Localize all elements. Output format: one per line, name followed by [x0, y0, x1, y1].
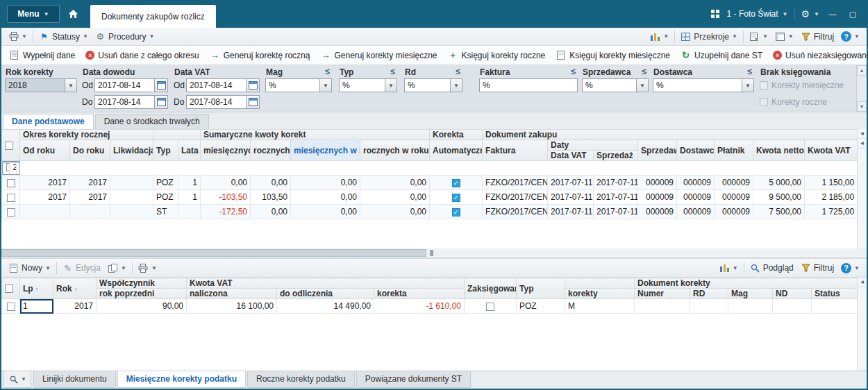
col-daty[interactable]: Daty: [548, 140, 638, 151]
chevron-down-icon[interactable]: ▼: [319, 79, 331, 92]
cell-platnik[interactable]: 000009: [715, 176, 753, 190]
tab-dane-podstawowe[interactable]: Dane podstawowe: [3, 114, 94, 129]
row-checkbox[interactable]: [7, 194, 15, 202]
scroll-up-button[interactable]: ▲: [857, 65, 867, 76]
cell-kwota-vat[interactable]: 1 725,00: [805, 205, 858, 219]
cell-faktura[interactable]: FZKO/2017/CEN/: [483, 176, 548, 190]
action-ksieguj-korekty-miesieczne[interactable]: Księguj korekty miesięczne: [551, 48, 674, 63]
calendar-icon[interactable]: [246, 79, 259, 92]
cell-lata[interactable]: 1: [178, 190, 201, 205]
data-vat-do-field[interactable]: 2017-08-14: [186, 95, 260, 109]
cell-sprzedawca[interactable]: 000009: [638, 190, 677, 205]
tab-roczne-korekty-podatku[interactable]: Roczne korekty podatku: [247, 371, 355, 388]
col-mag[interactable]: Mag: [728, 289, 773, 299]
cell-kwota-netto[interactable]: 5 000,00: [753, 176, 805, 190]
filter-operator[interactable]: ≤: [747, 67, 752, 76]
scrollbar-splitter[interactable]: [430, 250, 433, 256]
calendar-icon[interactable]: [154, 79, 167, 92]
cell-rocznych-w-roku[interactable]: 0,00: [360, 205, 430, 219]
col-miesiecznych[interactable]: miesięcznych: [201, 140, 251, 161]
cell-rocznych-w-roku[interactable]: 0,00: [360, 176, 430, 190]
cell-sprzedawca[interactable]: 000009: [638, 205, 677, 219]
row-checkbox[interactable]: [7, 179, 15, 187]
select-all-header[interactable]: [2, 130, 20, 161]
col-rocznych-w-roku[interactable]: rocznych w roku: [360, 140, 430, 161]
cell-rocznych[interactable]: 103,50: [251, 190, 291, 205]
col-sprzedaz[interactable]: Sprzedaż: [594, 151, 638, 161]
col-nd[interactable]: ND: [773, 289, 812, 299]
horizontal-scrollbar[interactable]: [1, 248, 867, 258]
minimize-button[interactable]: —: [826, 8, 840, 20]
action-generuj-korekte-roczna[interactable]: → Generuj korektę roczną: [206, 48, 315, 63]
cell-data-vat[interactable]: 2017-07-11: [548, 190, 594, 205]
cell-faktura[interactable]: FZKO/2017/CEN/: [483, 190, 548, 205]
col-status[interactable]: Status: [812, 289, 858, 299]
col-likwidacja[interactable]: Likwidacja: [110, 140, 153, 161]
col-rok-poprzedni[interactable]: rok poprzedni: [97, 289, 187, 299]
cell-dostawca[interactable]: 000009: [677, 190, 715, 205]
cell-typ[interactable]: POZ: [517, 299, 565, 314]
row-checkbox[interactable]: [7, 208, 15, 217]
home-button[interactable]: [62, 5, 83, 23]
action-wypelnij-dane[interactable]: Wypełnij dane: [5, 48, 79, 63]
table-row[interactable]: 2017 2017 POZ 1 -1 610,00 1 610,00 0,00 …: [2, 161, 20, 175]
chevron-down-icon[interactable]: ▼: [450, 79, 462, 92]
col-wspolczynnik[interactable]: Współczynnik: [97, 278, 187, 289]
cell-korekty[interactable]: M: [565, 299, 635, 314]
cell-platnik[interactable]: 000009: [715, 205, 753, 219]
statusy-button[interactable]: ⚑ Statusy ▼: [35, 29, 92, 44]
collapse-left-icon[interactable]: ◄: [858, 278, 867, 287]
cell-miesiecznych[interactable]: -103,50: [201, 190, 251, 205]
cell-sprzedaz[interactable]: 2017-07-11: [594, 205, 638, 219]
cell-lata[interactable]: [178, 205, 201, 219]
cell-nd[interactable]: [773, 299, 812, 314]
cell-kwota-netto[interactable]: 9 500,00: [753, 190, 805, 205]
select-all-checkbox[interactable]: [5, 285, 13, 293]
cell-do-roku[interactable]: 2017: [17, 161, 20, 175]
cell-likwidacja[interactable]: [110, 176, 153, 190]
pivot-menu-button[interactable]: ▼: [771, 29, 797, 44]
cell-numer[interactable]: [635, 299, 690, 314]
cell-od-roku[interactable]: 2017: [20, 190, 70, 205]
calendar-icon[interactable]: [154, 96, 167, 108]
print-menu-button[interactable]: ▼: [135, 260, 160, 275]
action-ksieguj-korekty-roczne[interactable]: + Księguj korekty roczne: [444, 48, 550, 63]
filter-operator[interactable]: ≤: [456, 67, 460, 76]
cell-likwidacja[interactable]: [110, 190, 153, 205]
table-row[interactable]: ST -172,50 0,00 0,00 0,00 ✓ FZKO/2017/CE…: [2, 205, 858, 219]
cell-od-roku[interactable]: 2017: [20, 176, 70, 190]
cell-automatyczna[interactable]: ✓: [430, 190, 483, 205]
col-do-roku[interactable]: Do roku: [70, 140, 110, 161]
automatyczna-checkbox[interactable]: ✓: [452, 208, 460, 217]
data-vat-od-field[interactable]: 2017-08-14: [186, 78, 260, 92]
collapse-left-icon[interactable]: ◄: [858, 139, 867, 149]
help-button[interactable]: ? ▼: [837, 260, 863, 275]
row-checkbox[interactable]: [7, 303, 15, 311]
apps-grid-icon[interactable]: [710, 9, 721, 19]
cell-data-vat[interactable]: 2017-07-11: [548, 205, 594, 219]
cell-do-roku[interactable]: 2017: [70, 176, 110, 190]
filter-operator[interactable]: ≤: [571, 67, 576, 76]
col-platnik[interactable]: Płatnik: [715, 140, 753, 161]
chevron-down-icon[interactable]: ▼: [636, 79, 648, 92]
grid-search-button[interactable]: ▼: [3, 371, 31, 388]
table-row[interactable]: 1 2017 90,00 16 100,00 14 490,00 -1 610,…: [2, 299, 858, 314]
filter-operator[interactable]: ≤: [390, 67, 395, 76]
typ-select[interactable]: % ▼: [339, 78, 397, 92]
rok-korekty-select[interactable]: 2018 ▼: [5, 78, 77, 92]
row-select-cell[interactable]: [2, 190, 20, 205]
col-miesiecznych-w-roku[interactable]: miesięcznych w roku: [291, 140, 360, 161]
podglad-button[interactable]: Podgląd: [746, 260, 797, 275]
cell-miesiecznych-w-roku[interactable]: 0,00: [291, 190, 360, 205]
select-all-header[interactable]: [2, 278, 20, 299]
col-data-vat[interactable]: Data VAT: [548, 151, 594, 161]
col-typ[interactable]: Typ: [153, 140, 178, 161]
cell-status[interactable]: [812, 299, 858, 314]
cell-miesiecznych[interactable]: -172,50: [201, 205, 251, 219]
select-all-checkbox[interactable]: [5, 142, 13, 150]
cell-typ[interactable]: POZ: [153, 190, 178, 205]
chart-menu-button[interactable]: ▼: [716, 260, 742, 275]
calendar-icon[interactable]: [246, 96, 259, 108]
cell-do-odliczenia[interactable]: 14 490,00: [277, 299, 374, 314]
col-rd[interactable]: RD: [690, 289, 728, 299]
